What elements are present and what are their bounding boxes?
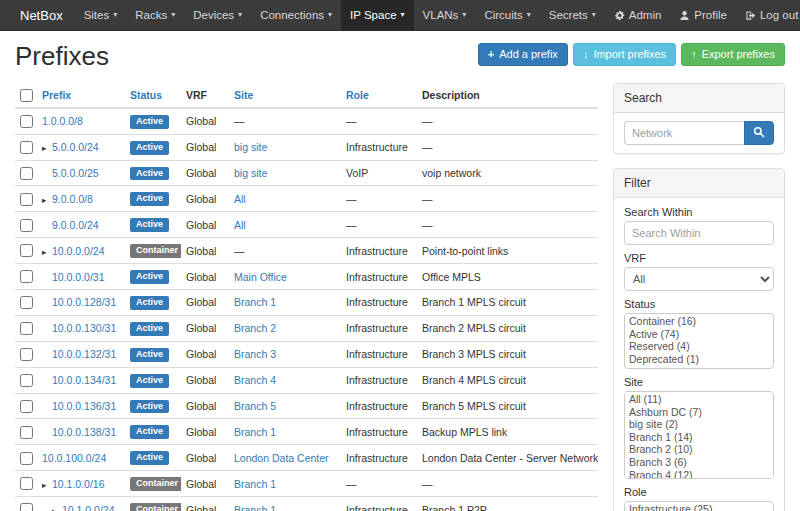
row-checkbox[interactable] bbox=[20, 270, 33, 283]
filter-option[interactable]: Reserved (4) bbox=[626, 340, 772, 353]
filter-option[interactable]: All (11) bbox=[626, 393, 772, 406]
nav-item-log-out[interactable]: Log out bbox=[736, 0, 800, 30]
prefix-link[interactable]: 10.0.0.136/31 bbox=[52, 400, 116, 412]
filter-option[interactable]: Container (16) bbox=[626, 315, 772, 328]
search-within-input[interactable] bbox=[624, 221, 774, 245]
prefix-link[interactable]: 10.0.100.0/24 bbox=[42, 452, 106, 464]
nav-item-secrets[interactable]: Secrets▾ bbox=[540, 0, 605, 30]
prefix-link[interactable]: 10.0.0.134/31 bbox=[52, 374, 116, 386]
row-checkbox[interactable] bbox=[20, 400, 33, 413]
vrf-value: Global bbox=[181, 289, 229, 315]
row-checkbox[interactable] bbox=[20, 452, 33, 465]
export-prefixes-button[interactable]: ↑Export prefixes bbox=[681, 43, 785, 66]
prefix-link[interactable]: 10.0.0.128/31 bbox=[52, 296, 116, 308]
nav-item-vlans[interactable]: VLANs▾ bbox=[414, 0, 476, 30]
column-header-role[interactable]: Role bbox=[341, 83, 417, 108]
site-link[interactable]: big site bbox=[234, 167, 267, 179]
expand-toggle-icon[interactable]: ▸ bbox=[52, 506, 62, 511]
expand-toggle-icon[interactable]: ▸ bbox=[42, 143, 52, 153]
filter-option[interactable]: Active (74) bbox=[626, 328, 772, 341]
column-sort-link[interactable]: Site bbox=[234, 89, 253, 101]
site-link[interactable]: All bbox=[234, 193, 246, 205]
site-link[interactable]: Branch 4 bbox=[234, 374, 276, 386]
nav-item-connections[interactable]: Connections▾ bbox=[251, 0, 341, 30]
status-select[interactable]: Container (16)Active (74)Reserved (4)Dep… bbox=[624, 313, 774, 369]
site-select[interactable]: All (11)Ashburn DC (7)big site (2)Branch… bbox=[624, 391, 774, 479]
column-header-prefix[interactable]: Prefix bbox=[37, 83, 125, 108]
site-link[interactable]: Branch 1 bbox=[234, 478, 276, 490]
filter-option[interactable]: big site (2) bbox=[626, 418, 772, 431]
add-a-prefix-button[interactable]: +Add a prefix bbox=[478, 43, 568, 66]
row-checkbox[interactable] bbox=[20, 322, 33, 335]
site-link[interactable]: Branch 5 bbox=[234, 400, 276, 412]
select-all-checkbox[interactable] bbox=[20, 89, 33, 102]
site-link[interactable]: Branch 1 bbox=[234, 504, 276, 511]
row-checkbox[interactable] bbox=[20, 167, 33, 180]
column-sort-link[interactable]: Status bbox=[130, 89, 162, 101]
filter-option[interactable]: Branch 2 (10) bbox=[626, 443, 772, 456]
brand-logo[interactable]: NetBox bbox=[8, 0, 75, 30]
nav-item-sites[interactable]: Sites▾ bbox=[75, 0, 127, 30]
site-link[interactable]: Branch 1 bbox=[234, 426, 276, 438]
site-link[interactable]: big site bbox=[234, 141, 267, 153]
column-header-status[interactable]: Status bbox=[125, 83, 181, 108]
expand-toggle-icon[interactable]: ▸ bbox=[42, 247, 52, 257]
prefix-link[interactable]: 10.0.0.0/31 bbox=[52, 271, 105, 283]
column-header-site[interactable]: Site bbox=[229, 83, 341, 108]
role-select[interactable]: Infrastructure (25)Management (8)Private… bbox=[624, 501, 774, 511]
site-link[interactable]: Branch 1 bbox=[234, 296, 276, 308]
prefix-link[interactable]: 5.0.0.0/24 bbox=[52, 141, 99, 153]
column-sort-link[interactable]: Prefix bbox=[42, 89, 71, 101]
nav-item-racks[interactable]: Racks▾ bbox=[126, 0, 184, 30]
row-checkbox[interactable] bbox=[20, 244, 33, 257]
prefix-link[interactable]: 9.0.0.0/24 bbox=[52, 219, 99, 231]
search-input[interactable] bbox=[624, 121, 744, 145]
prefix-link[interactable]: 10.0.0.130/31 bbox=[52, 322, 116, 334]
row-checkbox[interactable] bbox=[20, 348, 33, 361]
row-checkbox[interactable] bbox=[20, 426, 33, 439]
prefix-link[interactable]: 10.1.0.0/24 bbox=[62, 504, 115, 511]
role-value: Infrastructure bbox=[341, 445, 417, 471]
site-link[interactable]: Main Office bbox=[234, 271, 287, 283]
row-checkbox[interactable] bbox=[20, 374, 33, 387]
search-button[interactable] bbox=[744, 121, 774, 145]
prefix-link[interactable]: 9.0.0.0/8 bbox=[52, 193, 93, 205]
description-value: Backup MPLS link bbox=[417, 419, 598, 445]
site-link[interactable]: London Data Center bbox=[234, 452, 329, 464]
filter-option[interactable]: Infrastructure (25) bbox=[626, 503, 772, 511]
nav-item-ip-space[interactable]: IP Space▾ bbox=[341, 0, 413, 30]
site-link[interactable]: Branch 3 bbox=[234, 348, 276, 360]
row-checkbox[interactable] bbox=[20, 193, 33, 206]
import-prefixes-button[interactable]: ↓Import prefixes bbox=[573, 43, 676, 66]
vrf-value: Global bbox=[181, 315, 229, 341]
row-checkbox[interactable] bbox=[20, 219, 33, 232]
nav-item-profile[interactable]: Profile bbox=[670, 0, 736, 30]
prefix-link[interactable]: 10.0.0.132/31 bbox=[52, 348, 116, 360]
prefix-link[interactable]: 10.0.0.138/31 bbox=[52, 426, 116, 438]
column-sort-link[interactable]: Role bbox=[346, 89, 369, 101]
row-checkbox[interactable] bbox=[20, 141, 33, 154]
site-link[interactable]: Branch 2 bbox=[234, 322, 276, 334]
prefix-link[interactable]: 10.1.0.0/16 bbox=[52, 478, 105, 490]
description-value: Branch 1 P2P bbox=[417, 497, 598, 511]
prefix-link[interactable]: 5.0.0.0/25 bbox=[52, 167, 99, 179]
filter-option[interactable]: Ashburn DC (7) bbox=[626, 406, 772, 419]
site-link[interactable]: All bbox=[234, 219, 246, 231]
expand-toggle-icon[interactable]: ▸ bbox=[42, 480, 52, 490]
prefix-link[interactable]: 10.0.0.0/24 bbox=[52, 245, 105, 257]
expand-toggle-icon[interactable]: ▸ bbox=[42, 195, 52, 205]
vrf-select[interactable]: All bbox=[624, 267, 774, 291]
prefix-link[interactable]: 1.0.0.0/8 bbox=[42, 115, 83, 127]
filter-option[interactable]: Branch 1 (14) bbox=[626, 431, 772, 444]
filter-option[interactable]: Branch 3 (6) bbox=[626, 456, 772, 469]
row-checkbox[interactable] bbox=[20, 115, 33, 128]
nav-item-circuits[interactable]: Circuits▾ bbox=[475, 0, 539, 30]
nav-item-devices[interactable]: Devices▾ bbox=[184, 0, 251, 30]
filter-option[interactable]: Deprecated (1) bbox=[626, 353, 772, 366]
row-checkbox[interactable] bbox=[20, 503, 33, 511]
nav-item-admin[interactable]: Admin bbox=[605, 0, 671, 30]
row-checkbox[interactable] bbox=[20, 477, 33, 490]
row-checkbox[interactable] bbox=[20, 296, 33, 309]
filter-option[interactable]: Branch 4 (12) bbox=[626, 469, 772, 479]
nav-right: AdminProfileLog out bbox=[605, 0, 800, 30]
